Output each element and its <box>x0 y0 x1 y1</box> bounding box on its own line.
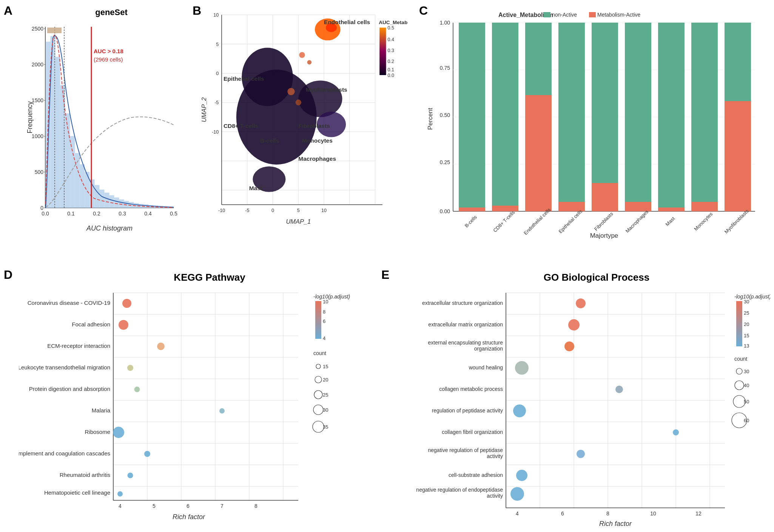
svg-rect-53 <box>47 28 62 33</box>
svg-text:collagen metabolic process: collagen metabolic process <box>439 386 503 392</box>
svg-point-191 <box>157 343 165 350</box>
svg-text:0.3: 0.3 <box>387 48 394 53</box>
svg-text:extracellular structure organi: extracellular structure organization <box>422 300 503 306</box>
svg-text:Protein digestion and absorpti: Protein digestion and absorption <box>29 386 110 392</box>
svg-text:6: 6 <box>561 510 564 517</box>
svg-rect-128 <box>459 208 485 211</box>
svg-text:count: count <box>313 350 326 356</box>
svg-text:Myofibroblasts: Myofibroblasts <box>306 86 347 93</box>
svg-text:15: 15 <box>744 333 749 338</box>
svg-text:organization: organization <box>474 346 503 352</box>
svg-point-190 <box>119 320 128 330</box>
svg-text:0: 0 <box>216 71 219 76</box>
svg-text:0.5: 0.5 <box>387 25 394 31</box>
svg-text:-5: -5 <box>245 208 249 213</box>
top-row: A geneSet 0 500 1000 1500 2000 2500 <box>0 0 774 264</box>
go-svg: extracellular structure organization ext… <box>396 285 770 527</box>
kegg-svg: Coronavirus disease - COVID-19 Focal adh… <box>19 285 378 527</box>
svg-rect-138 <box>558 23 585 202</box>
svg-text:15: 15 <box>323 364 328 369</box>
svg-text:Mast: Mast <box>665 215 676 227</box>
svg-text:0.2: 0.2 <box>93 211 100 217</box>
svg-text:50: 50 <box>744 399 749 404</box>
svg-text:5: 5 <box>297 208 300 213</box>
bottom-row: D KEGG Pathway <box>0 264 774 532</box>
svg-text:ECM-receptor interaction: ECM-receptor interaction <box>47 343 110 349</box>
svg-text:500: 500 <box>35 169 44 175</box>
svg-rect-32 <box>95 185 99 208</box>
svg-point-261 <box>577 450 585 458</box>
svg-text:UMAP_2: UMAP_2 <box>200 97 207 122</box>
panel-b: B <box>189 0 415 264</box>
svg-text:1.00: 1.00 <box>440 20 450 26</box>
svg-text:Myofibroblasts: Myofibroblasts <box>723 208 750 235</box>
svg-rect-134 <box>525 95 552 211</box>
svg-point-212 <box>313 405 323 415</box>
svg-text:0.75: 0.75 <box>440 65 450 71</box>
svg-text:30: 30 <box>744 369 749 374</box>
svg-text:Percent: Percent <box>427 108 434 130</box>
svg-point-210 <box>314 391 322 399</box>
svg-point-88 <box>299 52 305 58</box>
svg-text:2000: 2000 <box>32 62 43 68</box>
svg-text:Macrophages: Macrophages <box>298 155 336 162</box>
svg-text:Leukocyte transendothelial mig: Leukocyte transendothelial migration <box>19 364 110 371</box>
svg-text:cell-substrate adhesion: cell-substrate adhesion <box>449 472 503 478</box>
svg-rect-24 <box>56 57 60 208</box>
svg-text:13: 13 <box>744 343 749 349</box>
svg-rect-146 <box>658 208 685 211</box>
svg-text:1000: 1000 <box>32 133 43 139</box>
svg-point-196 <box>144 451 150 457</box>
svg-text:0.1: 0.1 <box>67 211 75 217</box>
svg-text:UMAP_1: UMAP_1 <box>286 218 311 225</box>
chart-area-a: 0 500 1000 1500 2000 2500 0.0 <box>26 19 177 238</box>
svg-point-272 <box>736 368 742 374</box>
svg-text:-10: -10 <box>212 129 219 135</box>
svg-rect-135 <box>525 23 552 95</box>
svg-text:6: 6 <box>187 503 190 509</box>
svg-point-194 <box>219 408 225 414</box>
svg-point-195 <box>113 427 124 438</box>
svg-text:(2969 cells): (2969 cells) <box>94 56 123 63</box>
svg-text:Ribosome: Ribosome <box>85 429 110 435</box>
panel-d-label: D <box>4 268 12 282</box>
svg-text:40: 40 <box>744 383 749 388</box>
svg-text:B-cells: B-cells <box>464 214 478 229</box>
svg-text:25: 25 <box>323 392 328 398</box>
svg-rect-33 <box>100 190 104 208</box>
svg-rect-265 <box>736 301 742 346</box>
svg-rect-31 <box>90 180 94 208</box>
svg-text:8: 8 <box>254 503 257 509</box>
svg-text:0: 0 <box>40 205 43 211</box>
svg-text:-5: -5 <box>214 100 219 105</box>
svg-point-256 <box>564 341 574 351</box>
svg-rect-141 <box>592 23 618 183</box>
svg-rect-149 <box>691 202 718 211</box>
svg-text:10: 10 <box>650 510 656 517</box>
svg-text:Fibroblasts: Fibroblasts <box>593 211 614 232</box>
svg-text:Rheumatoid arthritis: Rheumatoid arthritis <box>60 472 110 478</box>
svg-text:8: 8 <box>323 309 325 315</box>
svg-text:0.00: 0.00 <box>440 208 450 214</box>
svg-text:Majortype: Majortype <box>590 232 618 239</box>
auc-histogram-svg: 0 500 1000 1500 2000 2500 0.0 <box>26 19 177 238</box>
panel-a-title: geneSet <box>38 8 185 17</box>
svg-text:0.1: 0.1 <box>387 67 394 72</box>
svg-text:Focal adhesion: Focal adhesion <box>72 321 110 328</box>
svg-point-260 <box>673 429 679 435</box>
svg-point-90 <box>287 88 294 95</box>
svg-text:2500: 2500 <box>32 26 43 32</box>
svg-text:10: 10 <box>213 12 219 18</box>
svg-text:Macrophages: Macrophages <box>624 209 650 234</box>
svg-text:wound healing: wound healing <box>469 364 503 371</box>
panel-d: D KEGG Pathway <box>0 264 378 532</box>
svg-text:collagen fibril organization: collagen fibril organization <box>442 429 503 435</box>
svg-rect-29 <box>80 165 85 208</box>
svg-text:Metabolism-Active: Metabolism-Active <box>597 12 641 18</box>
svg-text:0.5: 0.5 <box>170 211 177 217</box>
panel-e-title: GO Biological Process <box>427 272 766 283</box>
svg-point-197 <box>128 473 133 478</box>
svg-text:30: 30 <box>744 299 749 304</box>
svg-text:0.50: 0.50 <box>440 112 450 118</box>
svg-text:10: 10 <box>323 299 328 304</box>
